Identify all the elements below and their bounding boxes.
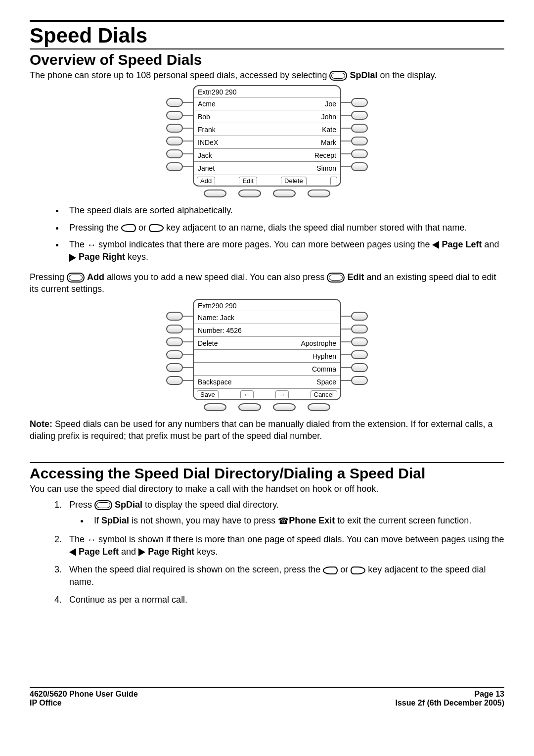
page-right-label: Page Right [148, 547, 194, 557]
side-button [166, 325, 183, 333]
phone-exit-label: Phone Exit [289, 516, 335, 525]
section2-intro: You can use the speed dial directory to … [30, 483, 504, 495]
section1-bullets: The speed dials are sorted alphabeticall… [30, 204, 504, 263]
left-key-icon [121, 224, 136, 232]
page-left-icon [432, 241, 439, 249]
lcd2-screen: Extn290 290 Name: Jack Number: 4526 Dele… [193, 299, 341, 400]
note-label: Note: [30, 419, 52, 429]
section2-steps: Press SpDial to display the speed dial d… [30, 499, 504, 606]
sub-bullet: If SpDial is not shown, you may have to … [89, 515, 504, 527]
page-right-icon [138, 548, 145, 556]
softkey-button [204, 403, 226, 411]
phone-icon: ☎ [278, 515, 289, 527]
footer-left-1: 4620/5620 Phone User Guide [30, 690, 138, 699]
side-button [166, 162, 183, 171]
page-right-icon [69, 254, 76, 262]
softkey-button [238, 189, 261, 197]
lcd-row: BobJohn [194, 110, 340, 123]
softkey-button [204, 189, 226, 197]
softkey-icon [67, 273, 85, 283]
right-key-icon [351, 567, 365, 574]
side-button [166, 337, 183, 346]
add-label: Add [87, 272, 104, 282]
left-key-icon [323, 567, 338, 574]
side-button [166, 376, 183, 385]
bottom-softkeys [193, 400, 341, 411]
right-button-column [341, 85, 368, 173]
text: The phone can store up to 108 personal s… [30, 70, 329, 80]
side-button [166, 350, 183, 359]
side-button [166, 363, 183, 372]
side-button [351, 363, 368, 372]
side-button [166, 149, 183, 158]
softkey-icon [327, 273, 345, 283]
lcd-row: Comma [194, 363, 340, 376]
side-button [351, 312, 368, 321]
side-button [351, 325, 368, 333]
softkey-button [273, 189, 296, 197]
lcd-softkey-row: Save ← → Cancel [194, 388, 340, 399]
lcd-row: AcmeJoe [194, 97, 340, 110]
softkey-button [238, 403, 261, 411]
softkey-icon [94, 500, 112, 510]
bullet: The speed dials are sorted alphabeticall… [64, 204, 504, 216]
edit-label: Edit [347, 272, 364, 282]
side-button [166, 124, 183, 133]
page-title: Speed Dials [30, 24, 504, 47]
side-button [351, 111, 368, 120]
bottom-softkeys [193, 187, 341, 197]
bullet: Pressing the or key adjacent to an name,… [64, 222, 504, 234]
side-button [351, 149, 368, 158]
step: Continue as per a normal call. [64, 594, 504, 606]
spdial-label: SpDial [350, 70, 377, 80]
page-left-icon [69, 548, 76, 556]
right-key-icon [149, 224, 164, 232]
double-arrow-icon: ↔ [87, 534, 96, 546]
lcd-row: Name: Jack [194, 311, 340, 324]
softkey-icon [329, 71, 347, 81]
side-button [351, 337, 368, 346]
step: When the speed dial required is shown on… [64, 564, 504, 588]
page-right-label: Page Right [79, 252, 125, 262]
section2-heading: Accessing the Speed Dial Directory/Diali… [30, 465, 504, 482]
side-button [351, 124, 368, 133]
softkey-button [308, 403, 330, 411]
lcd-softkey-row: Add Edit Delete [194, 175, 340, 186]
lcd-row: Number: 4526 [194, 324, 340, 337]
section1-heading: Overview of Speed Dials [30, 51, 504, 68]
lcd-header: Extn290 290 [194, 300, 340, 311]
rule-under-title [30, 48, 504, 49]
softkey-button [308, 189, 330, 197]
text: on the display. [380, 70, 437, 80]
lcd-row: FrankKate [194, 123, 340, 136]
step: The ↔ symbol is shown if there is more t… [64, 533, 504, 558]
side-button [166, 98, 183, 107]
lcd-row: JackRecept [194, 149, 340, 162]
softkey-button [273, 403, 296, 411]
lcd-row: BackspaceSpace [194, 376, 340, 388]
left-button-column [166, 85, 193, 173]
rule-top [30, 20, 504, 22]
section1-note: Note: Speed dials can be used for any nu… [30, 418, 504, 442]
lcd1-screen: Extn290 290 AcmeJoe BobJohn FrankKate IN… [193, 85, 341, 187]
lcd-row: DeleteApostrophe [194, 337, 340, 350]
right-button-column [341, 299, 368, 387]
spdial-label: SpDial [101, 516, 129, 525]
lcd1-illustration: Extn290 290 AcmeJoe BobJohn FrankKate IN… [30, 85, 504, 197]
footer-right-2: Issue 2f (6th December 2005) [395, 699, 504, 708]
lcd-row: INDeXMark [194, 136, 340, 149]
double-arrow-icon: ↔ [87, 239, 96, 251]
lcd2-illustration: Extn290 290 Name: Jack Number: 4526 Dele… [30, 299, 504, 411]
note-text: Speed dials can be used for any numbers … [30, 419, 493, 441]
side-button [351, 350, 368, 359]
lcd-row: JanetSimon [194, 162, 340, 175]
lcd-header: Extn290 290 [194, 86, 340, 97]
page-left-label: Page Left [79, 547, 119, 557]
footer-right-1: Page 13 [475, 690, 504, 699]
section1-para2: Pressing Add allows you to add a new spe… [30, 271, 504, 295]
footer-left-2: IP Office [30, 699, 62, 708]
section1-intro: The phone can store up to 108 personal s… [30, 69, 504, 81]
side-button [351, 376, 368, 385]
side-button [166, 137, 183, 145]
side-button [166, 312, 183, 321]
